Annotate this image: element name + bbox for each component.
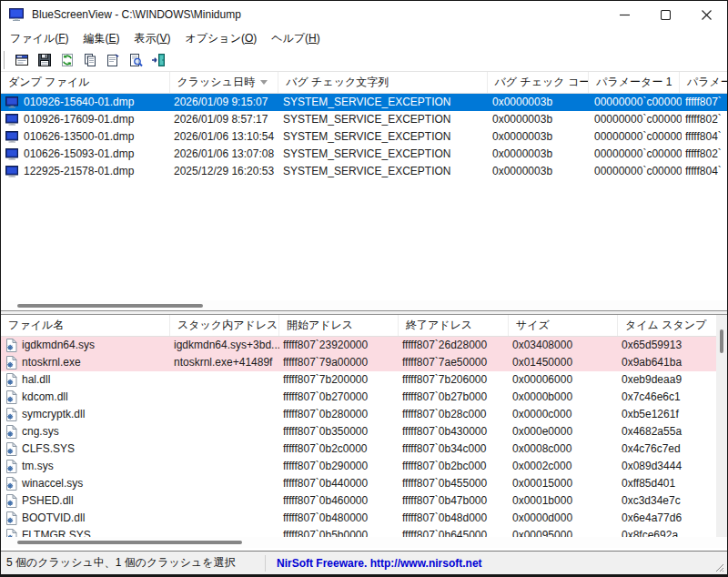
menu-item[interactable]: 表示(V) xyxy=(126,29,177,48)
toolbar-grip xyxy=(4,51,5,69)
refresh-button[interactable] xyxy=(56,49,78,71)
menu-item[interactable]: ファイル(F) xyxy=(3,29,76,48)
time_stamp: 0x65d59913 xyxy=(622,339,682,351)
minimize-button[interactable] xyxy=(604,1,645,28)
menu-item[interactable]: ヘルプ(H) xyxy=(264,29,328,48)
address_in_stack: ntoskrnl.exe+41489f xyxy=(174,356,272,369)
column-header-upper-3[interactable]: バグ チェック コード xyxy=(488,72,590,93)
properties-button[interactable] xyxy=(101,49,124,71)
file: kdcom.dll xyxy=(22,389,68,406)
module-row[interactable]: winaccel.sysfffff807`0b440000fffff807`0b… xyxy=(1,475,718,492)
column-header-lower-0[interactable]: ファイル名 xyxy=(1,315,170,336)
statusbar: 5 個のクラッシュ中、1 個のクラッシュを選択 NirSoft Freeware… xyxy=(1,551,727,574)
menu-item[interactable]: オプション(O) xyxy=(178,29,265,48)
driver-file-icon xyxy=(5,390,17,404)
file: ntoskrnl.exe xyxy=(22,354,81,371)
dump-row[interactable]: 010626-13500-01.dmp2026/01/06 13:10:54SY… xyxy=(1,128,727,146)
module-row[interactable]: PSHED.dllfffff807`0b460000fffff807`0b47b… xyxy=(1,492,718,510)
dump-row[interactable]: 122925-21578-01.dmp2025/12/29 16:20:53SY… xyxy=(1,163,727,180)
dump-list-body: 010926-15640-01.dmp2026/01/09 9:15:07SYS… xyxy=(1,94,727,180)
module-row[interactable]: ntoskrnl.exentoskrnl.exe+41489ffffff807`… xyxy=(1,354,718,371)
lower-hscroll-thumb[interactable] xyxy=(17,541,242,544)
copy-button[interactable] xyxy=(78,49,101,71)
close-button[interactable] xyxy=(686,1,727,28)
dump-file-icon xyxy=(5,114,19,126)
size: 0x03408000 xyxy=(512,339,572,351)
parameter2: fffff807` xyxy=(685,96,722,108)
column-header-upper-1[interactable]: クラッシュ日時 xyxy=(170,72,279,93)
crash_time: 2026/01/06 13:07:08 xyxy=(174,147,274,160)
lower-vertical-scrollbar[interactable] xyxy=(716,315,727,537)
to_address: fffff807`7b206000 xyxy=(402,373,487,386)
module-row[interactable]: kdcom.dllfffff807`0b270000fffff807`0b27b… xyxy=(1,389,718,406)
dump-file-icon xyxy=(5,131,19,143)
parameter1: 00000000`c00000... xyxy=(594,96,682,108)
upper-hscroll-thumb[interactable] xyxy=(17,304,203,308)
bug_check_code: 0x0000003b xyxy=(492,130,552,143)
column-header-upper-0[interactable]: ダンプ ファイル xyxy=(1,72,170,93)
driver-file-icon xyxy=(5,477,17,491)
to_address: fffff807`0b28c000 xyxy=(402,408,487,420)
bug_check_string: SYSTEM_SERVICE_EXCEPTION xyxy=(283,96,451,108)
parameter2: fffff802` xyxy=(685,113,722,126)
nirsoft-freeware-link[interactable]: NirSoft Freeware. http://www.nirsoft.net xyxy=(266,557,482,570)
crash_time: 2026/01/06 13:10:54 xyxy=(174,130,274,143)
size: 0x0002c000 xyxy=(512,460,571,472)
from_address: fffff807`0b2c0000 xyxy=(283,442,368,455)
from_address: fffff807`0b350000 xyxy=(283,425,368,438)
lower-vscroll-thumb[interactable] xyxy=(720,329,723,353)
column-header-lower-1[interactable]: スタック内アドレス xyxy=(170,315,279,336)
maximize-button[interactable] xyxy=(645,1,686,28)
exit-button[interactable] xyxy=(147,49,169,71)
dump-row[interactable]: 010926-17609-01.dmp2026/01/09 8:57:17SYS… xyxy=(1,111,727,128)
dump-file-icon xyxy=(5,96,19,108)
parameter2: fffff804` xyxy=(685,165,722,177)
advanced-options-button[interactable] xyxy=(10,49,33,71)
module-row[interactable]: CLFS.SYSfffff807`0b2c0000fffff807`0b34c0… xyxy=(1,440,718,458)
column-header-lower-5[interactable]: タイム スタンプ xyxy=(618,315,718,336)
driver-file-icon xyxy=(5,460,17,473)
bug_check_string: SYSTEM_SERVICE_EXCEPTION xyxy=(283,130,451,143)
bug_check_code: 0x0000003b xyxy=(492,147,552,160)
dump-row[interactable]: 010626-15093-01.dmp2026/01/06 13:07:08SY… xyxy=(1,146,727,163)
module-row[interactable]: symcryptk.dllfffff807`0b280000fffff807`0… xyxy=(1,406,718,423)
to_address: fffff807`0b34c000 xyxy=(402,442,487,455)
time_stamp: 0x7c46e6c1 xyxy=(622,390,681,403)
crash_time: 2025/12/29 16:20:53 xyxy=(174,165,274,177)
parameter1: 00000000`c00000... xyxy=(594,147,682,160)
column-header-upper-5[interactable]: パラメーター 2 xyxy=(680,72,727,93)
driver-file-icon xyxy=(5,373,17,387)
size: 0x00006000 xyxy=(512,373,572,386)
column-header-upper-2[interactable]: バグ チェック文字列 xyxy=(278,72,487,93)
size: 0x00015000 xyxy=(512,477,572,490)
driver-file-icon xyxy=(5,511,17,525)
time_stamp: 0xeb9deaa9 xyxy=(622,373,682,386)
size: 0x0000b000 xyxy=(512,390,572,403)
time_stamp: 0x089d3444 xyxy=(622,460,682,472)
save-button[interactable] xyxy=(33,49,56,71)
module-row[interactable]: hal.dllfffff807`7b200000fffff807`7b20600… xyxy=(1,371,718,389)
column-header-upper-4[interactable]: パラメーター 1 xyxy=(589,72,680,93)
find-button[interactable] xyxy=(124,49,147,71)
copy-icon xyxy=(83,53,97,67)
column-header-lower-3[interactable]: 終了アドレス xyxy=(399,315,509,336)
resize-grip[interactable] xyxy=(715,563,724,572)
maximize-icon xyxy=(661,10,671,20)
module-row[interactable]: igdkmdn64.sysigdkmdn64.sys+3bd...fffff80… xyxy=(1,337,718,354)
file: 010926-17609-01.dmp xyxy=(24,111,134,128)
from_address: fffff807`0b440000 xyxy=(283,477,368,490)
column-header-lower-2[interactable]: 開始アドレス xyxy=(279,315,399,336)
module-row[interactable]: cng.sysfffff807`0b350000fffff807`0b43000… xyxy=(1,423,718,440)
file: PSHED.dll xyxy=(22,492,74,510)
lower-horizontal-scrollbar[interactable] xyxy=(1,537,727,548)
menu-item[interactable]: 編集(E) xyxy=(76,29,126,48)
column-header-lower-4[interactable]: サイズ xyxy=(509,315,618,336)
size: 0x0008c000 xyxy=(512,442,571,455)
module-row[interactable]: tm.sysfffff807`0b290000fffff807`0b2bc000… xyxy=(1,458,718,475)
from_address: fffff807`0b280000 xyxy=(283,408,368,420)
module-row[interactable]: BOOTVID.dllfffff807`0b480000fffff807`0b4… xyxy=(1,510,718,527)
bug_check_string: SYSTEM_SERVICE_EXCEPTION xyxy=(283,147,451,160)
file: tm.sys xyxy=(22,458,54,475)
dump-row[interactable]: 010926-15640-01.dmp2026/01/09 9:15:07SYS… xyxy=(1,94,727,111)
bug_check_code: 0x0000003b xyxy=(492,165,552,177)
